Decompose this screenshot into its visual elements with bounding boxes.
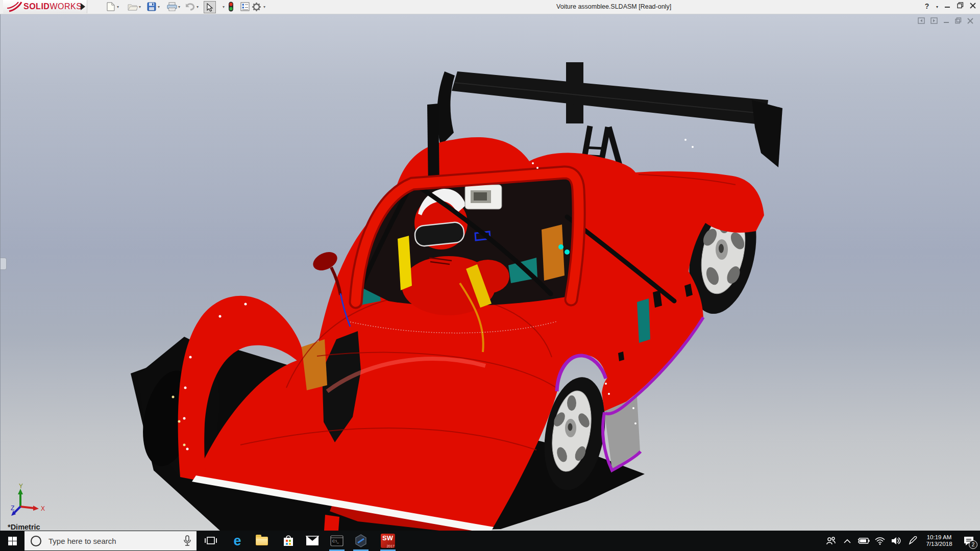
running-indicator [353,549,369,551]
notification-badge: 2 [969,540,977,549]
splitter-post [324,515,339,531]
save-floppy-icon [147,2,156,11]
mail-icon [306,536,319,546]
gear-icon [252,2,261,12]
notification-center[interactable]: 2 [958,536,980,546]
edrawings-hexagon-icon [354,534,368,547]
taskbar-edge[interactable]: e [226,531,249,551]
taskbar-store[interactable] [277,531,300,551]
restore-button[interactable] [955,2,965,10]
minimize-button[interactable] [942,2,952,10]
car-assembly-model[interactable] [1,14,980,531]
rebuild-button[interactable] [225,1,236,12]
options-caret-icon[interactable]: ▾ [263,5,265,9]
select-cursor-icon [206,3,213,12]
window-title: Voiture assomblee.SLDASM [Read-only] [556,3,671,10]
options-button[interactable] [251,1,262,12]
edge-icon: e [233,534,241,548]
print-caret-icon[interactable]: ▾ [178,5,180,9]
new-caret-icon[interactable]: ▾ [117,5,119,9]
solidworks-logo-icon [6,1,23,12]
svg-text:C:\_: C:\_ [332,539,339,543]
taskbar-command-prompt[interactable]: C:\_ [325,531,349,551]
triad-z-label: Z [11,505,14,512]
task-view-icon [205,535,217,546]
undo-icon [185,3,195,11]
cortana-icon [31,536,41,546]
properties-list-icon [240,2,250,11]
taskbar-file-explorer[interactable] [250,531,274,551]
system-tray: 10:19 AM 7/13/2018 2 [823,531,980,551]
right-cockpit-panel [542,224,565,281]
cockpit-mirror-box [465,185,502,209]
new-document-icon [107,2,115,11]
undo-caret-icon[interactable]: ▾ [197,5,199,9]
select-button[interactable] [204,1,216,13]
solidworks-app-icon: SW 2017 [381,534,395,548]
volume-icon[interactable] [888,537,904,545]
clock[interactable]: 10:19 AM 7/13/2018 [921,534,958,547]
search-input[interactable]: Type here to search [24,531,197,550]
close-icon [970,3,976,9]
microphone-icon[interactable] [183,535,191,546]
file-properties-button[interactable] [239,1,251,12]
open-folder-icon [128,3,138,11]
taskbar-solidworks[interactable]: SW 2017 [376,531,400,551]
sidepod-intake [637,298,650,343]
brand-works: WORKS [50,2,82,11]
triad-y-label: Y [19,483,23,490]
taskbar-edrawings[interactable] [349,531,373,551]
orientation-triad: Y X Z [10,482,56,519]
windows-taskbar: Type here to search e [0,531,980,551]
helmet-visor [414,221,465,247]
taskbar-task-view[interactable] [199,531,223,551]
tray-time: 10:19 AM [921,534,958,541]
pen-icon[interactable] [904,536,921,545]
tray-date: 7/13/2018 [921,541,958,547]
undo-button[interactable] [184,1,195,12]
wing-endplate-left [437,71,455,146]
close-button[interactable] [968,2,978,10]
triad-x-label: X [41,505,45,512]
open-caret-icon[interactable]: ▾ [139,5,141,9]
new-document-button[interactable] [105,1,116,12]
running-indicator [329,549,345,551]
traffic-light-icon [228,2,234,12]
select-caret-icon[interactable]: ▾ [223,5,225,9]
minimize-icon [944,3,950,9]
cyan-fitting-1 [558,244,564,249]
help-button[interactable]: ? [922,2,932,10]
file-explorer-icon [256,537,268,545]
print-button[interactable] [166,1,178,12]
help-caret-icon[interactable]: ▾ [932,5,942,9]
wifi-icon[interactable] [872,537,888,545]
taskbar-mail[interactable] [301,531,324,551]
windows-logo-icon [8,537,17,545]
restore-icon [957,2,964,9]
battery-icon[interactable] [855,537,872,544]
open-button[interactable] [127,1,138,12]
chevron-up-icon[interactable] [839,539,855,543]
title-bar: SOLIDWORKS ▾ ▾ ▾ ▾ ▾ [0,0,980,14]
start-button[interactable] [0,531,24,551]
command-prompt-icon: C:\_ [330,535,344,546]
brand-solid: SOLID [23,2,50,11]
view-orientation-label: *Dimetric [8,523,40,531]
solidworks-logo: SOLIDWORKS [3,0,87,13]
menu-expand-arrow-icon[interactable] [81,3,85,10]
save-caret-icon[interactable]: ▾ [158,5,160,9]
store-icon [283,535,294,547]
save-button[interactable] [146,1,157,12]
wing-endplate-right [752,100,782,167]
running-indicator [380,549,396,551]
search-placeholder: Type here to search [48,537,116,545]
people-icon[interactable] [823,536,839,545]
cyan-fitting-2 [565,249,570,255]
graphics-viewport[interactable]: Y X Z *Dimetric [0,14,980,531]
print-icon [167,2,177,11]
